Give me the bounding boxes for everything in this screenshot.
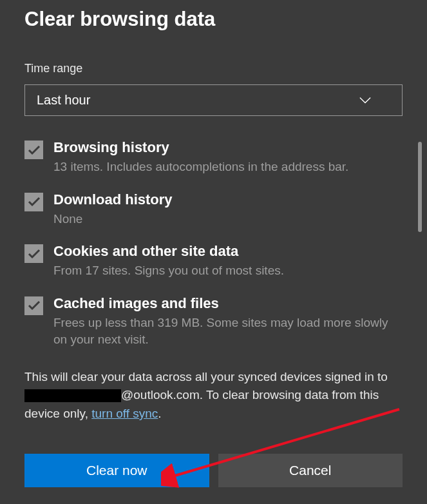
option-title: Cached images and files [53,295,403,312]
checkbox-browsing-history[interactable] [24,141,43,159]
option-cached: Cached images and files Frees up less th… [24,295,403,349]
time-range-label: Time range [24,62,403,75]
option-desc: From 17 sites. Signs you out of most sit… [53,262,403,280]
option-title: Download history [53,191,403,208]
option-desc: None [53,211,403,228]
option-title: Browsing history [53,139,403,156]
option-cookies: Cookies and other site data From 17 site… [24,243,403,280]
turn-off-sync-link[interactable]: turn off sync [91,407,158,420]
option-desc: 13 items. Includes autocompletions in th… [53,159,403,176]
option-desc: Frees up less than 319 MB. Some sites ma… [53,315,403,349]
dialog-title: Clear browsing data [24,8,403,31]
checkbox-download-history[interactable] [24,193,43,211]
options-list: Browsing history 13 items. Includes auto… [24,139,403,349]
time-range-select[interactable]: Last hour [24,84,403,116]
checkbox-cached[interactable] [24,296,43,315]
redacted-email [24,389,121,402]
button-row: Clear now Cancel [24,454,403,487]
sync-notice: This will clear your data across all you… [24,368,403,423]
chevron-down-icon [359,95,371,106]
option-title: Cookies and other site data [53,243,403,260]
cancel-button[interactable]: Cancel [218,454,403,487]
checkbox-cookies[interactable] [24,244,43,263]
sync-notice-post: . [158,407,161,420]
option-download-history: Download history None [24,191,403,228]
time-range-value: Last hour [37,93,90,108]
sync-notice-pre: This will clear your data across all you… [24,370,388,383]
clear-now-button[interactable]: Clear now [24,454,209,487]
option-browsing-history: Browsing history 13 items. Includes auto… [24,139,403,176]
scrollbar[interactable] [418,142,422,232]
